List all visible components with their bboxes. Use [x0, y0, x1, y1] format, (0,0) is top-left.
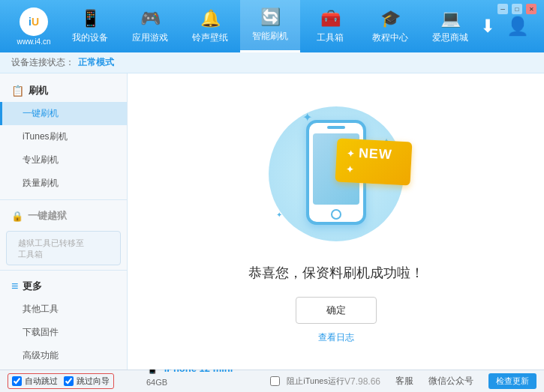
sidebar-section-flash: 📋 刷机 — [0, 79, 127, 102]
jailbreak-lock-icon: 🔒 — [11, 211, 23, 222]
checkbox-group: 自动跳过 跳过向导 — [8, 373, 114, 389]
stop-itunes-checkbox[interactable] — [270, 376, 280, 386]
nav-apps-games[interactable]: 🎮 应用游戏 — [120, 0, 180, 52]
other-tools-label: 其他工具 — [23, 304, 59, 314]
data-flash-label: 跌量刷机 — [23, 178, 59, 188]
phone-speaker — [327, 126, 345, 129]
sidebar-item-data-flash[interactable]: 跌量刷机 — [0, 172, 127, 195]
nav-ringtones-label: 铃声壁纸 — [192, 31, 228, 44]
logo-url: www.i4.cn — [17, 37, 50, 46]
wechat-link[interactable]: 微信公众号 — [428, 375, 473, 388]
footer-left: 自动跳过 跳过向导 — [8, 373, 135, 389]
ringtones-icon: 🔔 — [200, 9, 221, 28]
phone-illustration: ✦ ✦ ✦ NEW — [261, 99, 411, 249]
jailbreak-locked-desc: 越狱工具已转移至工具箱 — [18, 238, 109, 261]
customer-service-link[interactable]: 客服 — [395, 375, 413, 388]
jailbreak-locked-box: 越狱工具已转移至工具箱 — [6, 231, 121, 265]
sidebar-item-pro-flash[interactable]: 专业刷机 — [0, 148, 127, 172]
flash-section-icon: 📋 — [11, 85, 24, 97]
window-controls: ─ □ ✕ — [497, 4, 536, 14]
nav-ringtones[interactable]: 🔔 铃声壁纸 — [180, 0, 240, 52]
store-icon: 💻 — [440, 9, 461, 28]
one-key-flash-label: 一键刷机 — [23, 108, 59, 118]
device-storage: 64GB — [146, 378, 167, 387]
nav-toolbox-label: 工具箱 — [317, 31, 344, 44]
skip-wizard-checkbox[interactable] — [64, 376, 74, 386]
phone-home-button — [331, 209, 341, 220]
status-label: 设备连接状态： — [11, 56, 74, 69]
sidebar-item-advanced[interactable]: 高级功能 — [0, 344, 127, 367]
main-area: 📋 刷机 一键刷机 iTunes刷机 专业刷机 跌量刷机 🔒 一键越狱 — [0, 73, 544, 370]
maximize-button[interactable]: □ — [512, 4, 522, 14]
content-area: ✦ ✦ ✦ NEW 恭喜您，保资料刷机成功啦！ 确定 查看日志 — [128, 73, 544, 370]
status-bar: 设备连接状态： 正常模式 — [0, 52, 544, 73]
nav-toolbox[interactable]: 🧰 工具箱 — [300, 0, 360, 52]
close-button[interactable]: ✕ — [526, 4, 536, 14]
skip-wizard-checkbox-group[interactable]: 跳过向导 — [64, 376, 110, 387]
nav-items: 📱 我的设备 🎮 应用游戏 🔔 铃声壁纸 🔄 智能刷机 🧰 工具箱 🎓 — [60, 0, 480, 52]
itunes-flash-label: iTunes刷机 — [23, 131, 68, 142]
nav-tutorial-label: 教程中心 — [372, 31, 408, 44]
logo-area: i U www.i4.cn — [8, 7, 60, 46]
nav-store-label: 爱思商城 — [432, 31, 468, 44]
sidebar-item-itunes-flash[interactable]: iTunes刷机 — [0, 125, 127, 148]
sparkle-3-icon: ✦ — [276, 211, 282, 219]
download-firmware-label: 下载固件 — [23, 327, 59, 337]
more-section-label: 更多 — [23, 280, 42, 293]
auto-dismiss-label: 自动跳过 — [25, 376, 58, 387]
auto-dismiss-checkbox-group[interactable]: 自动跳过 — [12, 376, 58, 387]
nav-apps-games-label: 应用游戏 — [132, 31, 168, 44]
sidebar-section-jailbreak: 🔒 一键越狱 — [0, 205, 127, 227]
more-section-icon: ≡ — [11, 280, 18, 293]
header: i U www.i4.cn 📱 我的设备 🎮 应用游戏 🔔 铃声壁纸 🔄 智能刷… — [0, 0, 544, 52]
sidebar-item-other-tools[interactable]: 其他工具 — [0, 298, 127, 321]
toolbox-icon: 🧰 — [320, 9, 341, 28]
new-badge: NEW — [335, 138, 412, 185]
auto-dismiss-checkbox[interactable] — [12, 376, 22, 386]
nav-right: ⬇ 👤 — [480, 16, 536, 37]
skip-wizard-label: 跳过向导 — [77, 376, 110, 387]
nav-smart-shop[interactable]: 🔄 智能刷机 — [240, 0, 300, 52]
nav-my-device-label: 我的设备 — [72, 31, 108, 44]
minimize-button[interactable]: ─ — [497, 4, 508, 14]
jailbreak-section-label: 一键越狱 — [28, 209, 67, 223]
status-value: 正常模式 — [78, 56, 114, 69]
sidebar-item-download-firmware[interactable]: 下载固件 — [0, 321, 127, 344]
my-device-icon: 📱 — [80, 9, 101, 28]
nav-store[interactable]: 💻 爱思商城 — [420, 0, 480, 52]
nav-smart-shop-label: 智能刷机 — [252, 30, 288, 43]
stop-itunes-group: 阻止iTunes运行 — [270, 376, 344, 387]
goto-today-link[interactable]: 查看日志 — [318, 331, 354, 344]
confirm-button[interactable]: 确定 — [296, 297, 377, 324]
check-update-button[interactable]: 检查更新 — [488, 373, 536, 389]
sidebar-item-one-key-flash[interactable]: 一键刷机 — [0, 102, 127, 125]
success-message: 恭喜您，保资料刷机成功啦！ — [248, 264, 424, 282]
account-icon[interactable]: 👤 — [506, 16, 529, 37]
footer-right: V7.98.66 客服 微信公众号 检查更新 — [344, 373, 536, 389]
apps-games-icon: 🎮 — [140, 9, 161, 28]
nav-tutorial[interactable]: 🎓 教程中心 — [360, 0, 420, 52]
tutorial-icon: 🎓 — [380, 9, 401, 28]
smart-shop-icon: 🔄 — [260, 7, 281, 27]
stop-itunes-label: 阻止iTunes运行 — [287, 376, 344, 387]
flash-section-label: 刷机 — [29, 84, 48, 97]
sidebar: 📋 刷机 一键刷机 iTunes刷机 专业刷机 跌量刷机 🔒 一键越狱 — [0, 73, 128, 370]
advanced-label: 高级功能 — [23, 350, 59, 361]
nav-my-device[interactable]: 📱 我的设备 — [60, 0, 120, 52]
pro-flash-label: 专业刷机 — [23, 154, 59, 165]
sidebar-section-more: ≡ 更多 — [0, 275, 127, 298]
footer: 自动跳过 跳过向导 📱 iPhone 12 mini 64GB Down-12m… — [0, 370, 544, 392]
download-icon[interactable]: ⬇ — [480, 16, 495, 37]
logo-icon: i U — [20, 7, 48, 36]
version-label: V7.98.66 — [344, 376, 380, 387]
